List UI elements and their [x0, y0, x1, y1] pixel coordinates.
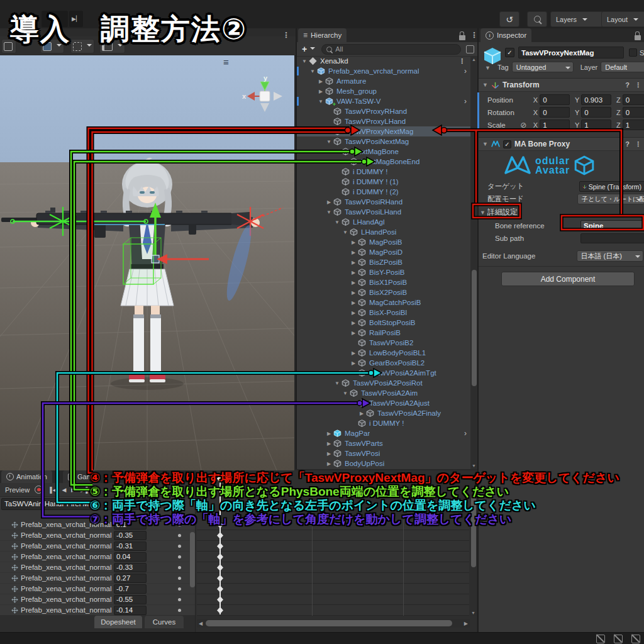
hierarchy-search-input[interactable]: All — [321, 44, 461, 55]
keyframe-dot-icon[interactable] — [178, 555, 181, 558]
rotation-z-field[interactable]: 0 — [623, 107, 644, 118]
expander-icon[interactable] — [309, 69, 316, 74]
hierarchy-item[interactable]: + TaswVPosiRHand › ⋮ — [297, 197, 470, 207]
scale-z-field[interactable]: 1 — [623, 119, 644, 130]
hierarchy-item[interactable]: + BisX-PosiBl › ⋮ — [297, 308, 470, 318]
link-scale-icon[interactable]: ⊘ — [520, 121, 528, 130]
scroll-down-icon[interactable]: ▼ — [471, 611, 475, 615]
hierarchy-item[interactable]: + NextMagBone › ⋮ — [297, 147, 470, 157]
hierarchy-item[interactable]: + TaswVPosiA2Ajust › ⋮ — [297, 398, 470, 408]
scene-menu-icon[interactable]: ⋮ — [282, 31, 290, 40]
expander-icon[interactable] — [325, 431, 333, 436]
undo-history-button[interactable]: ↺ — [499, 11, 519, 27]
property-value-field[interactable]: -0.35 — [114, 531, 147, 540]
hierarchy-item[interactable]: + Mesh_group › ⋮ — [297, 86, 470, 96]
scene-picker-icon[interactable] — [466, 45, 474, 53]
animated-property-row[interactable]: Prefab_xena_vrchat_normal : -0.55 — [0, 594, 195, 605]
hierarchy-item[interactable]: + TaswVPosiA2PosiRot › ⋮ — [297, 378, 470, 388]
keyframe-dot-icon[interactable] — [178, 545, 181, 548]
expander-icon[interactable] — [350, 250, 357, 255]
property-value-field[interactable]: 0.04 — [114, 552, 147, 562]
position-x-field[interactable]: 0 — [540, 94, 570, 105]
help-icon[interactable]: ? — [625, 81, 630, 89]
hierarchy-item[interactable]: + Armature › ⋮ — [297, 76, 470, 86]
hierarchy-item[interactable]: + TaswVPosiB2 › ⋮ — [297, 338, 470, 348]
foldout-icon[interactable]: ▼ — [485, 65, 491, 71]
sub-path-field[interactable] — [580, 233, 644, 243]
advanced-settings-foldout[interactable]: 詳細設定 — [487, 207, 518, 218]
hierarchy-item[interactable]: + TaswVPosiNextMag › ⋮ — [297, 136, 470, 147]
expander-icon[interactable] — [350, 280, 357, 286]
hierarchy-item[interactable]: + BodyUpPosi › ⋮ — [297, 458, 470, 469]
layout-dropdown[interactable]: Layout — [601, 11, 644, 27]
rotation-x-field[interactable]: 0 — [540, 107, 570, 118]
prefab-open-arrow[interactable]: › — [464, 97, 467, 106]
expander-icon[interactable] — [325, 461, 333, 467]
property-value-field[interactable]: -0.14 — [114, 606, 147, 615]
component-enabled-checkbox[interactable]: ✓ — [503, 140, 511, 148]
foldout-icon[interactable]: ▼ — [480, 209, 486, 216]
hamburger-icon[interactable]: ≡ — [223, 57, 229, 67]
record-button[interactable] — [35, 486, 43, 494]
hierarchy-item[interactable]: + BisX1PosiB › ⋮ — [297, 277, 470, 287]
transport-controls[interactable]: ▐◀ ◀ ▶ ▶▌ — [48, 487, 90, 493]
expander-icon[interactable] — [350, 310, 357, 316]
console-muted-icon-1[interactable] — [596, 635, 605, 643]
timeline-horizontal-scrollbar[interactable]: ◀ ▶ — [197, 619, 470, 628]
hierarchy-item[interactable]: + TaswVProxyNextMag › ⋮ — [297, 126, 470, 136]
hierarchy-item[interactable]: + TaswVPosiA2AimTgt › ⋮ — [297, 368, 470, 378]
animated-property-row[interactable]: Prefab_xena_vrchat_normal : -0.7 — [0, 584, 195, 594]
animated-property-row[interactable]: Prefab_xena_vrchat_normal : -0.14 — [0, 605, 195, 616]
keyframe-dot-icon[interactable] — [178, 609, 181, 612]
expander-icon[interactable] — [325, 209, 333, 215]
keyframe-dot-icon[interactable] — [178, 534, 181, 537]
scroll-up-icon[interactable]: ▲ — [472, 57, 476, 62]
properties-scrollbar-thumb[interactable] — [190, 532, 195, 587]
expander-icon[interactable] — [325, 139, 333, 145]
scrollbar-thumb[interactable] — [206, 620, 452, 626]
expander-icon[interactable] — [325, 441, 333, 447]
tab-animation[interactable]: Animation — [1, 470, 52, 483]
hierarchy-scrollbar[interactable]: ▲ ▼ — [470, 56, 477, 469]
keyframe-dot-icon[interactable] — [178, 566, 181, 569]
position-z-field[interactable]: 0 — [623, 94, 644, 105]
expander-icon[interactable] — [317, 79, 325, 84]
animated-property-row[interactable]: Prefab_xena_vrchat_normal : 0.04 — [0, 552, 195, 562]
editor-language-dropdown[interactable]: 日本語 (日本) — [577, 250, 643, 262]
scrollbar-thumb[interactable] — [472, 270, 477, 386]
hierarchy-item[interactable]: + LowBodyPosiBL1 › ⋮ — [297, 348, 470, 358]
expander-icon[interactable] — [317, 99, 325, 104]
target-object-field[interactable]: Spine (Transform) — [579, 181, 644, 192]
animated-property-row[interactable]: Prefab_xena_vrchat_normal : 0.27 — [0, 573, 195, 584]
expander-icon[interactable] — [333, 380, 341, 386]
placement-mode-dropdown[interactable]: 子として・ルートに配置 — [577, 194, 644, 204]
scroll-down-icon[interactable]: ▼ — [472, 464, 476, 468]
lock-icon[interactable] — [635, 35, 641, 40]
tab-dopesheet[interactable]: Dopesheet — [94, 616, 142, 628]
lock-icon[interactable] — [459, 35, 465, 40]
hierarchy-item[interactable]: + Prefab_xena_vrchat_normal › ⋮ — [297, 66, 470, 76]
hierarchy-item[interactable]: + i DUMMY ! › ⋮ — [297, 167, 470, 177]
property-value-field[interactable]: 0.27 — [114, 574, 147, 583]
scale-x-field[interactable]: 1 — [540, 119, 570, 130]
scroll-right-icon[interactable]: ▶ — [464, 621, 468, 626]
hierarchy-item[interactable]: + LHandPosi › ⋮ — [297, 227, 470, 237]
expander-icon[interactable] — [350, 270, 357, 275]
hierarchy-item[interactable]: + TaswVPosiA2Finaly › ⋮ — [297, 408, 470, 418]
scale-y-field[interactable]: 1 — [581, 119, 611, 130]
prefab-open-arrow[interactable]: › — [464, 67, 467, 75]
active-checkbox[interactable]: ✓ — [505, 48, 514, 57]
hierarchy-item[interactable]: + MagPosiD › ⋮ — [297, 247, 470, 257]
ma-bone-proxy-header[interactable]: ▼ ✓ MA Bone Proxy ?⋮ — [479, 137, 644, 151]
hierarchy-item[interactable]: + MagPar › ⋮ — [297, 428, 470, 438]
add-component-button[interactable]: Add Component — [501, 272, 635, 286]
property-value-field[interactable]: -0.31 — [114, 541, 147, 551]
console-muted-icon-2[interactable] — [614, 635, 623, 643]
static-checkbox[interactable] — [629, 48, 637, 57]
hierarchy-item[interactable]: + NextMagBoneEnd › ⋮ — [297, 157, 470, 167]
search-button[interactable] — [527, 11, 547, 27]
scene-viewport[interactable]: ≡ y x — [0, 55, 294, 470]
animated-property-row[interactable]: Prefab_xena_vrchat_normal : -0.33 — [0, 562, 195, 573]
rotation-y-field[interactable]: 0 — [581, 107, 611, 118]
gizmo-x-cone[interactable] — [247, 92, 255, 101]
